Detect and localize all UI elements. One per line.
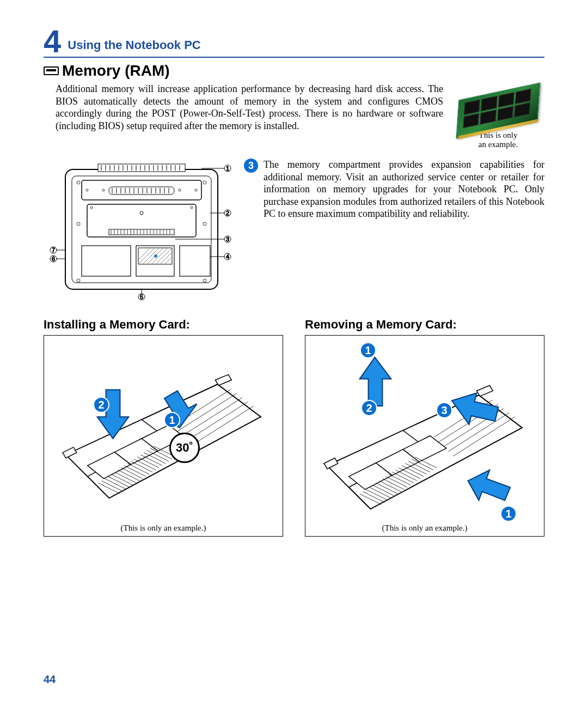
svg-point-106 <box>191 206 193 209</box>
svg-point-103 <box>77 279 80 282</box>
mid-text-block: 3 The memory compartment provides expans… <box>244 159 544 220</box>
section-title: Memory (RAM) <box>62 62 170 80</box>
chapter-title: Using the Notebook PC <box>68 38 200 56</box>
remove-badge-1-bottom: 1 <box>500 506 517 522</box>
chapter-header: 4 Using the Notebook PC <box>44 27 544 58</box>
svg-marker-137 <box>215 375 231 386</box>
svg-text:7: 7 <box>52 247 55 253</box>
ram-module-image <box>452 83 544 130</box>
svg-marker-170 <box>476 386 493 397</box>
svg-text:1: 1 <box>226 165 229 172</box>
install-figure: 2 1 30˚ (This is only an example.) <box>44 335 283 537</box>
intro-block: Additional memory will increase applicat… <box>44 83 544 149</box>
svg-point-104 <box>203 279 206 282</box>
svg-text:6: 6 <box>52 255 55 262</box>
svg-rect-73 <box>180 246 210 276</box>
install-remove-row: Installing a Memory Card: <box>44 318 544 537</box>
memory-icon <box>44 66 59 75</box>
mid-row: 1 2 3 4 5 6 7 3 The memory compartment p… <box>44 159 544 302</box>
install-angle-badge: 30˚ <box>169 433 200 463</box>
install-badge-2: 2 <box>93 397 109 413</box>
callout-badge-3: 3 <box>244 159 258 173</box>
svg-point-99 <box>179 189 181 191</box>
svg-point-102 <box>203 222 206 226</box>
intro-text: Additional memory will increase applicat… <box>44 83 443 132</box>
svg-point-96 <box>203 181 206 184</box>
svg-point-39 <box>140 211 143 215</box>
svg-text:4: 4 <box>226 253 229 260</box>
svg-marker-171 <box>360 357 391 406</box>
section-heading: Memory (RAM) <box>44 62 544 80</box>
remove-badge-3: 3 <box>436 402 452 418</box>
svg-point-101 <box>77 222 80 226</box>
svg-point-97 <box>86 189 88 191</box>
svg-text:5: 5 <box>140 294 143 300</box>
svg-point-95 <box>77 181 80 184</box>
remove-figure: 1 2 3 1 (This is only an example.) <box>305 335 544 537</box>
svg-text:3: 3 <box>226 236 229 242</box>
svg-rect-60 <box>82 246 131 276</box>
remove-title: Removing a Memory Card: <box>305 318 544 332</box>
remove-badge-2: 2 <box>361 400 377 416</box>
remove-caption: (This is only an example.) <box>305 524 544 533</box>
svg-text:2: 2 <box>226 210 229 216</box>
page-number: 44 <box>44 673 56 686</box>
laptop-bottom-diagram: 1 2 3 4 5 6 7 <box>49 159 234 302</box>
svg-point-98 <box>102 189 105 191</box>
svg-rect-2 <box>98 164 185 172</box>
install-column: Installing a Memory Card: <box>44 318 283 537</box>
svg-point-72 <box>154 254 157 258</box>
install-badge-1: 1 <box>164 412 180 428</box>
ram-caption-line2: an example. <box>479 140 518 149</box>
svg-rect-40 <box>109 229 174 235</box>
chapter-number: 4 <box>44 27 61 56</box>
mid-text: The memory compartment provides expansio… <box>264 159 544 220</box>
install-title: Installing a Memory Card: <box>44 318 283 332</box>
svg-point-100 <box>195 189 197 191</box>
svg-marker-173 <box>468 470 511 501</box>
remove-badge-1-top: 1 <box>360 342 376 358</box>
svg-point-105 <box>90 206 93 209</box>
ram-photo-wrap: This is only an example. <box>452 83 544 149</box>
remove-column: Removing a Memory Card: <box>305 318 544 537</box>
install-caption: (This is only an example.) <box>44 524 283 533</box>
